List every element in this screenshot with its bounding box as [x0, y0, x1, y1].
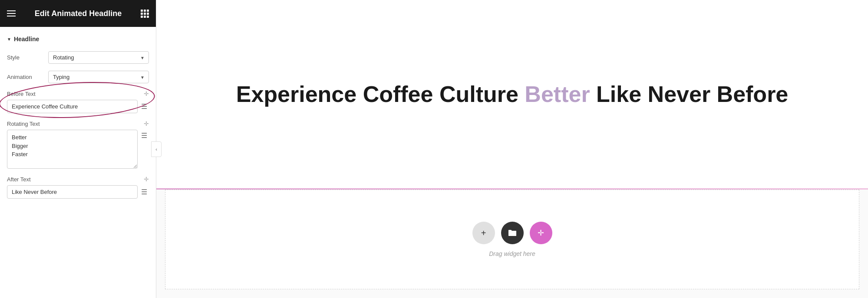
preview-headline: Experience Coffee Culture Better Like Ne…: [236, 81, 789, 108]
drop-zone: + ✛ Drag widget here: [165, 190, 859, 289]
animation-field-row: Animation Typing Slide Fade ▼: [7, 71, 149, 83]
preview-after-text: Like Never Before: [596, 82, 788, 107]
before-text-input[interactable]: [7, 100, 138, 113]
move-widget-button[interactable]: ✛: [530, 222, 552, 244]
before-text-input-row: ☰: [7, 100, 149, 113]
header-title: Edit Animated Headline: [23, 9, 134, 18]
after-text-input[interactable]: [7, 185, 138, 199]
collapse-panel-button[interactable]: ‹: [151, 141, 162, 157]
rotating-text-textarea-row: Better Bigger Faster ☰: [7, 130, 149, 169]
after-text-drag-icon[interactable]: ✛: [144, 176, 149, 183]
section-heading: ▼ Headline: [7, 36, 149, 43]
preview-area: Experience Coffee Culture Better Like Ne…: [156, 0, 868, 188]
before-text-header: Before Text ✛: [7, 90, 149, 97]
rotating-text-drag-icon[interactable]: ✛: [144, 120, 149, 127]
drag-widget-label: Drag widget here: [489, 250, 535, 257]
folder-button[interactable]: [501, 222, 524, 244]
header-bar: Edit Animated Headline: [0, 0, 156, 27]
style-field-row: Style Rotating Highlighted Animated ▼: [7, 51, 149, 64]
rotating-text-list-button[interactable]: ☰: [139, 130, 149, 141]
hamburger-icon[interactable]: [7, 10, 16, 16]
right-panel: ‹ Experience Coffee Culture Better Like …: [156, 0, 868, 298]
add-widget-button[interactable]: +: [472, 222, 495, 244]
before-text-drag-icon[interactable]: ✛: [144, 90, 149, 97]
style-select[interactable]: Rotating Highlighted Animated: [48, 51, 149, 64]
after-text-label: After Text: [7, 176, 31, 183]
before-text-list-button[interactable]: ☰: [139, 101, 149, 112]
collapse-arrow-icon: ▼: [7, 37, 11, 42]
after-text-header: After Text ✛: [7, 176, 149, 183]
section-heading-label: Headline: [14, 36, 39, 43]
rotating-text-textarea[interactable]: Better Bigger Faster: [7, 130, 138, 169]
before-text-section: Before Text ✛ ☰: [7, 90, 149, 113]
grid-icon[interactable]: [141, 10, 149, 18]
animation-select-wrapper: Typing Slide Fade ▼: [48, 71, 149, 83]
rotating-text-section: Rotating Text ✛ Better Bigger Faster ☰: [7, 120, 149, 169]
after-text-section: After Text ✛ ☰: [7, 176, 149, 199]
preview-before-text: Experience Coffee Culture: [236, 82, 518, 107]
style-label: Style: [7, 54, 44, 61]
style-select-wrapper: Rotating Highlighted Animated ▼: [48, 51, 149, 64]
animation-select[interactable]: Typing Slide Fade: [48, 71, 149, 83]
after-text-list-button[interactable]: ☰: [139, 186, 149, 198]
animation-label: Animation: [7, 74, 44, 80]
preview-animated-word: Better: [525, 82, 590, 107]
panel-content: ▼ Headline Style Rotating Highlighted An…: [0, 27, 156, 298]
after-text-input-row: ☰: [7, 185, 149, 199]
before-text-label: Before Text: [7, 91, 36, 97]
drop-buttons: + ✛: [472, 222, 552, 244]
rotating-text-header: Rotating Text ✛: [7, 120, 149, 127]
left-panel: Edit Animated Headline ▼ Headline Style …: [0, 0, 156, 298]
rotating-text-label: Rotating Text: [7, 121, 40, 127]
